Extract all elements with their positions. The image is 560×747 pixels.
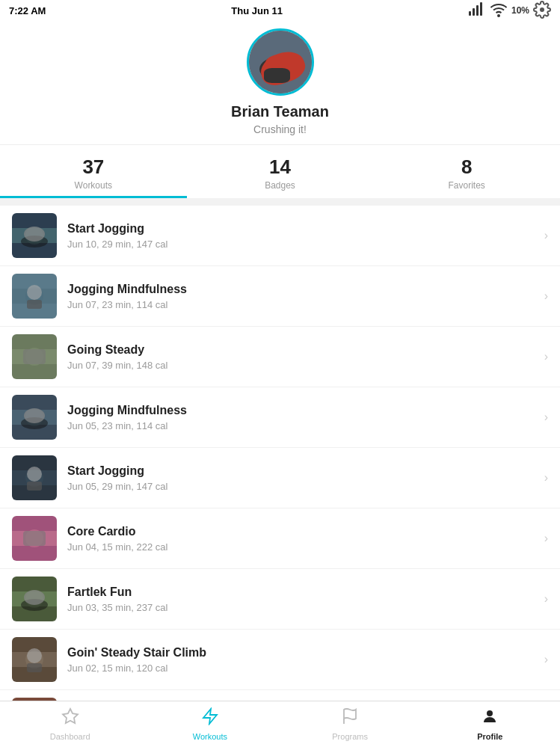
workout-item[interactable]: Goin' Steady Stair Climb Jun 02, 15 min,… xyxy=(0,630,560,690)
settings-icon[interactable] xyxy=(533,1,551,21)
svg-rect-2 xyxy=(476,5,479,16)
chevron-right-icon: › xyxy=(544,592,548,606)
workout-info: Fartlek Fun Jun 03, 35 min, 237 cal xyxy=(67,585,538,613)
badges-label: Badges xyxy=(187,180,374,191)
workout-thumb-7 xyxy=(12,637,57,682)
workout-info: Jogging Mindfulness Jun 07, 23 min, 114 … xyxy=(67,283,538,310)
workout-name: Core Cardio xyxy=(67,525,538,538)
svg-point-48 xyxy=(27,648,42,663)
svg-point-34 xyxy=(27,467,42,482)
svg-rect-11 xyxy=(261,73,298,76)
chevron-right-icon: › xyxy=(544,471,548,485)
workout-meta: Jun 07, 39 min, 148 cal xyxy=(67,360,538,371)
workout-info: Going Steady Jun 07, 39 min, 148 cal xyxy=(67,343,538,371)
workout-name: Jogging Mindfulness xyxy=(67,283,538,296)
svg-point-30 xyxy=(24,408,45,423)
nav-workouts[interactable]: Workouts xyxy=(140,701,280,747)
stat-workouts[interactable]: 37 Workouts xyxy=(0,145,187,198)
workout-meta: Jun 05, 23 min, 114 cal xyxy=(67,420,538,431)
svg-rect-10 xyxy=(262,69,298,74)
badges-count: 14 xyxy=(187,156,374,179)
workout-name: Fartlek Fun xyxy=(67,585,538,599)
workout-item[interactable]: Start Jogging Jun 05, 29 min, 147 cal › xyxy=(0,448,560,508)
workout-meta: Jun 04, 15 min, 222 cal xyxy=(67,541,538,553)
svg-point-4 xyxy=(498,15,499,16)
svg-rect-8 xyxy=(270,58,289,65)
workout-info: Core Cardio Jun 04, 15 min, 222 cal xyxy=(67,525,538,553)
workout-item[interactable]: Jogging Mindfulness Jun 07, 23 min, 114 … xyxy=(0,266,560,327)
stats-row: 37 Workouts 14 Badges 8 Favorites xyxy=(0,144,560,198)
workout-item[interactable]: Fartlek Fun Jun 03, 35 min, 237 cal › xyxy=(0,569,560,630)
svg-rect-1 xyxy=(473,8,475,16)
workouts-label: Workouts xyxy=(0,180,187,191)
svg-point-67 xyxy=(487,710,493,716)
workout-info: Start Jogging Jun 10, 29 min, 147 cal xyxy=(67,222,538,250)
workout-list: Start Jogging Jun 10, 29 min, 147 cal › … xyxy=(0,206,560,736)
stat-badges[interactable]: 14 Badges xyxy=(187,145,374,198)
svg-point-16 xyxy=(24,227,45,242)
workout-thumb-3 xyxy=(12,395,57,440)
profile-tagline: Crushing it! xyxy=(253,123,307,135)
svg-point-6 xyxy=(259,57,301,82)
workout-info: Goin' Steady Stair Climb Jun 02, 15 min,… xyxy=(67,646,538,674)
nav-profile[interactable]: Profile xyxy=(420,701,560,747)
svg-rect-3 xyxy=(480,2,482,16)
workout-item[interactable]: Start Jogging Jun 10, 29 min, 147 cal › xyxy=(0,206,560,266)
wifi-icon xyxy=(490,1,508,21)
svg-rect-25 xyxy=(23,349,46,364)
svg-rect-9 xyxy=(275,55,283,61)
svg-point-44 xyxy=(24,590,45,605)
svg-marker-64 xyxy=(63,709,78,723)
profile-name: Brian Teaman xyxy=(231,103,329,120)
stat-favorites[interactable]: 8 Favorites xyxy=(373,145,560,198)
svg-rect-39 xyxy=(23,531,46,546)
chevron-right-icon: › xyxy=(544,289,548,303)
workout-meta: Jun 03, 35 min, 237 cal xyxy=(67,602,538,613)
status-date: Thu Jun 11 xyxy=(231,5,283,16)
programs-label: Programs xyxy=(332,732,368,741)
battery-text: 10% xyxy=(511,5,529,16)
workout-item[interactable]: Jogging Mindfulness Jun 05, 23 min, 114 … xyxy=(0,387,560,448)
workout-name: Start Jogging xyxy=(67,464,538,478)
dashboard-label: Dashboard xyxy=(50,732,90,741)
favorites-count: 8 xyxy=(373,156,560,179)
svg-rect-5 xyxy=(249,31,312,93)
workout-name: Goin' Steady Stair Climb xyxy=(67,646,538,660)
svg-rect-0 xyxy=(469,11,471,16)
workout-meta: Jun 10, 29 min, 147 cal xyxy=(67,239,538,250)
chevron-right-icon: › xyxy=(544,411,548,424)
workout-meta: Jun 05, 29 min, 147 cal xyxy=(67,481,538,492)
workouts-nav-icon xyxy=(201,707,219,730)
avatar[interactable] xyxy=(247,28,314,96)
workout-list-container: Start Jogging Jun 10, 29 min, 147 cal › … xyxy=(0,198,560,736)
chevron-right-icon: › xyxy=(544,350,548,363)
workouts-nav-label: Workouts xyxy=(193,732,227,741)
workout-info: Start Jogging Jun 05, 29 min, 147 cal xyxy=(67,464,538,492)
bottom-nav: Dashboard Workouts Programs Profile xyxy=(0,701,560,747)
workout-thumb-1 xyxy=(12,274,57,319)
workout-thumb-6 xyxy=(12,577,57,621)
status-time: 7:22 AM xyxy=(9,5,46,16)
chevron-right-icon: › xyxy=(544,532,548,545)
chevron-right-icon: › xyxy=(544,229,548,242)
workout-meta: Jun 07, 23 min, 114 cal xyxy=(67,299,538,310)
workout-thumb-5 xyxy=(12,516,57,561)
workout-item[interactable]: Going Steady Jun 07, 39 min, 148 cal › xyxy=(0,327,560,387)
workout-meta: Jun 02, 15 min, 120 cal xyxy=(67,663,538,674)
profile-nav-label: Profile xyxy=(477,732,502,741)
status-icons: 10% xyxy=(468,1,551,21)
svg-point-7 xyxy=(265,55,295,74)
favorites-label: Favorites xyxy=(373,180,560,191)
nav-dashboard[interactable]: Dashboard xyxy=(0,701,140,747)
chevron-right-icon: › xyxy=(544,653,548,666)
workout-thumb-0 xyxy=(12,213,57,258)
workouts-count: 37 xyxy=(0,156,187,179)
workout-item[interactable]: Core Cardio Jun 04, 15 min, 222 cal › xyxy=(0,508,560,569)
svg-rect-35 xyxy=(27,482,42,491)
signal-icon xyxy=(468,1,486,21)
workout-name: Start Jogging xyxy=(67,222,538,236)
svg-rect-49 xyxy=(27,663,42,672)
svg-point-20 xyxy=(27,285,42,300)
status-bar: 7:22 AM Thu Jun 11 10% xyxy=(0,0,560,21)
nav-programs[interactable]: Programs xyxy=(280,701,420,747)
